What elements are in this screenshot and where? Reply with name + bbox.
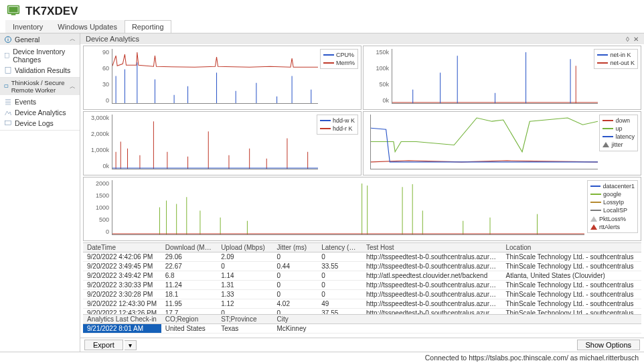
export-dropdown[interactable]: ▾ — [125, 340, 137, 350]
svg-rect-2 — [11, 14, 16, 15]
chart-cpu-mem: 9060300 CPU%Mem% — [83, 46, 361, 110]
sidebar-item-device-analytics[interactable]: Device Analytics — [0, 107, 80, 118]
chart-hosts: 2000150010005000 datacenter1googleLossyI… — [83, 177, 641, 241]
status-bar: Connected to https://tslabs.poc.thinscal… — [0, 352, 644, 363]
column-header[interactable]: Download (Mbps) — [161, 243, 217, 252]
table-row[interactable]: 9/20/2022 12:43:30 PM11.951.124.0249http… — [83, 299, 641, 309]
svg-rect-8 — [5, 85, 8, 88]
chart-link: downuplatencyjitter — [363, 111, 641, 175]
column-header[interactable]: Upload (Mbps) — [217, 243, 272, 252]
tab-inventory[interactable]: Inventory — [5, 20, 50, 33]
sidebar-item-device-logs[interactable]: Device Logs — [0, 118, 80, 129]
table-row[interactable]: 9/20/2022 3:30:28 PM18.11.3300http://tss… — [83, 290, 641, 299]
tab-windows-updates[interactable]: Windows Updates — [50, 20, 125, 33]
svg-rect-4 — [8, 39, 9, 42]
svg-rect-7 — [5, 68, 11, 74]
export-button[interactable]: Export — [84, 340, 123, 350]
main-tabs: Inventory Windows Updates Reporting — [0, 20, 644, 33]
svg-rect-5 — [8, 38, 9, 38]
column-header[interactable]: Jitter (ms) — [273, 243, 318, 252]
show-options-button[interactable]: Show Options — [577, 340, 640, 350]
checkin-table: Analytics Last Check-inCO;RegionST;Provi… — [83, 315, 641, 334]
sidebar-item-events[interactable]: Events — [0, 96, 80, 107]
table-row[interactable]: 9/20/2022 4:42:06 PM29.062.0900http://ts… — [83, 252, 641, 262]
column-header[interactable]: Latency (ms) — [317, 243, 362, 252]
chart-hdd: 3,000k2,000k1,000k0k hdd-w Khdd-r K — [83, 111, 361, 175]
chart-network: 150k100k50k0k net-in Knet-out K — [363, 46, 641, 110]
pin-icon[interactable]: ◊ — [626, 35, 629, 43]
chevron-up-icon: ︿ — [70, 82, 76, 91]
svg-rect-1 — [9, 7, 17, 12]
column-header[interactable]: Location — [501, 243, 641, 252]
sidebar-section-general[interactable]: General︿ — [0, 33, 80, 45]
table-row[interactable]: 9/20/2022 3:49:45 PM22.6700.4433.55http:… — [83, 262, 641, 271]
table-row[interactable]: 9/20/2022 3:30:33 PM11.241.3100http://ts… — [83, 281, 641, 290]
device-icon — [7, 4, 20, 19]
svg-rect-6 — [5, 54, 9, 58]
panel-title: Device Analytics — [86, 35, 139, 43]
speedtest-table: DateTimeDownload (Mbps)Upload (Mbps)Jitt… — [83, 243, 641, 252]
sidebar-item-validation-results[interactable]: Validation Results — [0, 65, 80, 76]
close-icon[interactable]: ✕ — [633, 35, 639, 43]
sidebar-section-thinkiosk[interactable]: ThinKiosk / Secure Remote Worker︿ — [0, 78, 80, 95]
tab-reporting[interactable]: Reporting — [125, 20, 171, 33]
chevron-up-icon: ︿ — [70, 35, 76, 44]
svg-rect-9 — [5, 121, 11, 125]
page-title: TK7XDEV — [25, 5, 78, 18]
table-row[interactable]: 9/20/2022 12:43:26 PM17.70037.55http://t… — [83, 309, 641, 315]
table-scroll[interactable]: 9/20/2022 4:42:06 PM29.062.0900http://ts… — [83, 252, 641, 314]
column-header[interactable]: DateTime — [83, 243, 161, 252]
sidebar-item-inventory-changes[interactable]: Device Inventory Changes — [0, 46, 80, 65]
column-header[interactable]: Test Host — [362, 243, 502, 252]
table-row[interactable]: 9/20/2022 3:49:42 PM6.81.1400http://atl.… — [83, 271, 641, 281]
